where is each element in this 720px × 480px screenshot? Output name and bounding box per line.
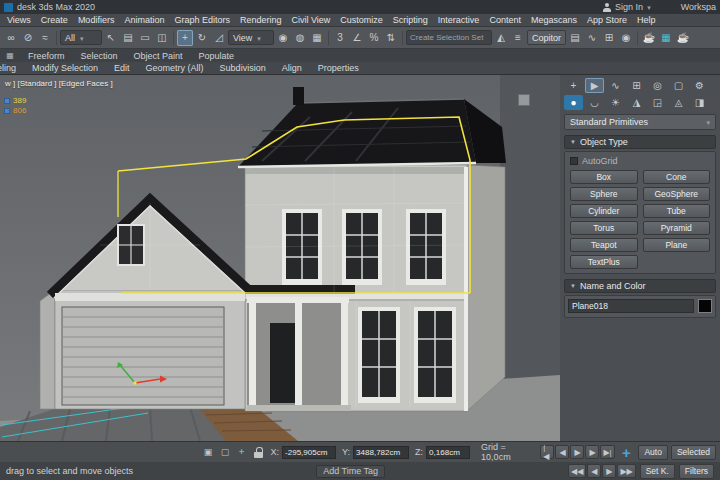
- menu-item[interactable]: Scripting: [388, 15, 433, 25]
- geosphere-button[interactable]: GeoSphere: [643, 187, 711, 201]
- next-frame-button[interactable]: ▶: [585, 445, 599, 459]
- go-to-end-button[interactable]: ▶|: [600, 445, 614, 459]
- tube-button[interactable]: Tube: [643, 204, 711, 218]
- subcategory-dropdown[interactable]: Standard Primitives: [564, 114, 716, 130]
- ribbon-panel-modify-selection[interactable]: Modify Selection: [24, 63, 106, 73]
- select-object-icon[interactable]: ↖: [103, 30, 119, 46]
- geometry-category-icon[interactable]: ●: [564, 95, 583, 110]
- ribbon-panel-geometry-all[interactable]: Geometry (All): [138, 63, 212, 73]
- rendered-frame-window-icon[interactable]: ▦: [658, 30, 674, 46]
- menu-item[interactable]: Views: [2, 15, 36, 25]
- x-coordinate-field[interactable]: [282, 446, 336, 459]
- set-key-button[interactable]: Set K.: [640, 464, 675, 479]
- object-color-swatch[interactable]: [698, 299, 712, 313]
- display-tab-icon[interactable]: ▢: [669, 78, 688, 93]
- menu-item[interactable]: App Store: [582, 15, 632, 25]
- scene-explorer-icon[interactable]: ▤: [567, 30, 583, 46]
- unlink-selection-icon[interactable]: ⊘: [20, 30, 36, 46]
- menu-item[interactable]: Modifiers: [73, 15, 120, 25]
- ribbon-tab-object-paint[interactable]: Object Paint: [126, 49, 191, 62]
- cylinder-button[interactable]: Cylinder: [570, 204, 638, 218]
- next-key-button[interactable]: ▶: [602, 464, 616, 478]
- viewport-label[interactable]: w ] [Standard ] [Edged Faces ]: [5, 79, 113, 88]
- motion-tab-icon[interactable]: ◎: [648, 78, 667, 93]
- go-to-start-button[interactable]: |◀: [540, 445, 554, 459]
- torus-button[interactable]: Torus: [570, 221, 638, 235]
- play-animation-button[interactable]: ▶: [570, 445, 584, 459]
- menu-item[interactable]: Customize: [335, 15, 388, 25]
- align-icon[interactable]: ≡: [510, 30, 526, 46]
- create-tab-icon[interactable]: ▶: [585, 78, 604, 93]
- teapot-button[interactable]: Teapot: [570, 238, 638, 252]
- ribbon-panel-subdivision[interactable]: Subdivision: [212, 63, 274, 73]
- render-setup-icon[interactable]: ☕: [641, 30, 657, 46]
- sign-in-button[interactable]: Sign In: [615, 2, 643, 12]
- pyramid-button[interactable]: Pyramid: [643, 221, 711, 235]
- selection-filter-dropdown[interactable]: All: [60, 30, 102, 45]
- chevron-down-icon[interactable]: [647, 2, 651, 12]
- viewport-canvas[interactable]: [0, 75, 560, 441]
- move-tool-indicator-icon[interactable]: +: [618, 443, 636, 461]
- schematic-view-icon[interactable]: ⊞: [601, 30, 617, 46]
- shapes-category-icon[interactable]: ◡: [585, 95, 604, 110]
- use-pivot-point-center-icon[interactable]: ◉: [275, 30, 291, 46]
- ribbon-panel-modeling[interactable]: deling: [0, 63, 24, 73]
- autogrid-checkbox-row[interactable]: AutoGrid: [568, 155, 712, 167]
- viewcube-icon[interactable]: [518, 94, 530, 106]
- key-step-end-button[interactable]: ▶▶: [617, 464, 635, 478]
- select-by-name-icon[interactable]: ▤: [120, 30, 136, 46]
- ribbon-panel-align[interactable]: Align: [274, 63, 310, 73]
- angle-snap-toggle-icon[interactable]: ∠: [349, 30, 365, 46]
- y-coordinate-field[interactable]: [353, 446, 409, 459]
- textplus-button[interactable]: TextPlus: [570, 255, 638, 269]
- lights-category-icon[interactable]: ☀: [606, 95, 625, 110]
- ribbon-panel-properties[interactable]: Properties: [310, 63, 367, 73]
- ribbon-tab-freeform[interactable]: Freeform: [20, 49, 73, 62]
- ribbon-panel-edit[interactable]: Edit: [106, 63, 138, 73]
- key-filters-button[interactable]: Filters: [679, 464, 714, 479]
- name-and-color-rollout-header[interactable]: Name and Color: [564, 279, 716, 293]
- user-avatar-icon[interactable]: [602, 3, 611, 12]
- selected-key-filter-button[interactable]: Selected: [671, 445, 716, 460]
- mirror-icon[interactable]: ◭: [493, 30, 509, 46]
- ribbon-tab-selection[interactable]: Selection: [73, 49, 126, 62]
- curve-editor-icon[interactable]: ∿: [584, 30, 600, 46]
- menu-item[interactable]: Help: [632, 15, 661, 25]
- select-and-scale-icon[interactable]: ◿: [211, 30, 227, 46]
- menu-item[interactable]: Rendering: [235, 15, 287, 25]
- select-and-link-icon[interactable]: ∞: [3, 30, 19, 46]
- select-and-manipulate-icon[interactable]: ◍: [292, 30, 308, 46]
- cameras-category-icon[interactable]: ◮: [627, 95, 646, 110]
- sphere-button[interactable]: Sphere: [570, 187, 638, 201]
- menu-item[interactable]: Animation: [119, 15, 169, 25]
- bind-to-space-warp-icon[interactable]: ≈: [37, 30, 53, 46]
- selection-lock-toggle-icon[interactable]: [254, 447, 263, 458]
- key-step-start-button[interactable]: ◀◀: [568, 464, 586, 478]
- reference-coordinate-system-dropdown[interactable]: View: [228, 30, 274, 45]
- helpers-category-icon[interactable]: ◲: [648, 95, 667, 110]
- plane-button[interactable]: Plane: [643, 238, 711, 252]
- hierarchy-tab-icon[interactable]: ⊞: [627, 78, 646, 93]
- select-and-rotate-icon[interactable]: ↻: [194, 30, 210, 46]
- z-coordinate-field[interactable]: [426, 446, 470, 459]
- menu-item[interactable]: Create: [36, 15, 73, 25]
- spinner-snap-toggle-icon[interactable]: ⇅: [383, 30, 399, 46]
- copitor-button[interactable]: Copitor: [527, 30, 566, 45]
- autogrid-checkbox[interactable]: [570, 157, 578, 165]
- utilities-tab-icon[interactable]: ⚙: [690, 78, 709, 93]
- box-button[interactable]: Box: [570, 170, 638, 184]
- add-time-tag-button[interactable]: Add Time Tag: [316, 465, 385, 478]
- keyboard-shortcut-override-icon[interactable]: ▦: [309, 30, 325, 46]
- systems-category-icon[interactable]: ◨: [690, 95, 709, 110]
- object-name-field[interactable]: [568, 299, 694, 313]
- select-and-move-icon[interactable]: +: [177, 30, 193, 46]
- snaps-toggle-3d-icon[interactable]: 3: [332, 30, 348, 46]
- cone-button[interactable]: Cone: [643, 170, 711, 184]
- percent-snap-toggle-icon[interactable]: %: [366, 30, 382, 46]
- menu-item[interactable]: Content: [484, 15, 526, 25]
- previous-frame-button[interactable]: ◀: [555, 445, 569, 459]
- offset-mode-transform-type-in-icon[interactable]: ▢: [218, 445, 232, 459]
- object-type-rollout-header[interactable]: Object Type: [564, 135, 716, 149]
- window-crossing-toggle-icon[interactable]: ◫: [154, 30, 170, 46]
- named-selection-set-combo[interactable]: [406, 30, 492, 45]
